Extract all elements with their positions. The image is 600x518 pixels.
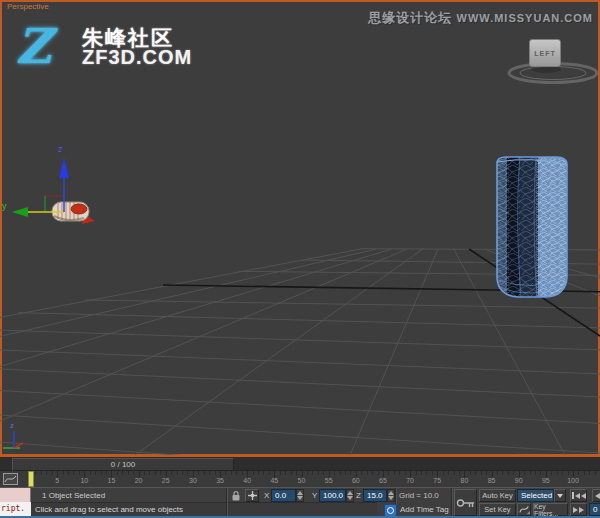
ruler-tick <box>177 471 178 475</box>
separator <box>226 488 228 516</box>
key-mode-dropdown-arrow[interactable] <box>554 489 566 502</box>
transform-typein-toggle[interactable] <box>245 489 259 502</box>
ruler-tick <box>46 471 47 475</box>
ruler-label: 55 <box>325 477 333 484</box>
ruler-tick <box>122 471 123 475</box>
tripod-z-label: z <box>10 421 14 430</box>
ruler-label: 40 <box>243 477 251 484</box>
ruler-tick <box>562 471 563 475</box>
missyuan-watermark: 思缘设计论坛 WWW.MISSYUAN.COM <box>368 8 593 27</box>
ruler-tick <box>416 471 417 475</box>
track-bar-ruler[interactable]: 5101520253035404550556065707580859095100 <box>0 470 600 487</box>
ruler-tick <box>312 471 313 475</box>
ruler-tick <box>209 471 210 475</box>
ruler-tick <box>454 471 455 475</box>
ruler-tick <box>95 471 96 475</box>
x-coord-field[interactable]: 0.0 <box>271 489 296 502</box>
ruler-label: 85 <box>488 477 496 484</box>
separator <box>451 488 453 516</box>
ruler-tick <box>225 471 226 475</box>
selection-lock-toggle[interactable] <box>230 490 242 502</box>
ruler-tick <box>502 471 503 475</box>
y-coord-spinner[interactable] <box>346 489 354 502</box>
world-axis-tripod <box>3 431 23 448</box>
ruler-tick <box>63 471 64 475</box>
ruler-tick <box>513 471 514 475</box>
ruler-label: 60 <box>352 477 360 484</box>
ruler-tick <box>117 471 118 475</box>
ruler-label: 100 <box>567 477 579 484</box>
ruler-tick <box>378 471 379 475</box>
ruler-tick <box>171 471 172 475</box>
play-reverse-icon <box>595 493 600 499</box>
key-tangent-flyout-button[interactable] <box>517 503 531 516</box>
ruler-tick <box>35 471 36 475</box>
ruler-tick <box>372 471 373 475</box>
mini-curve-editor-button[interactable] <box>3 473 19 485</box>
auto-key-button[interactable]: Auto Key <box>479 489 516 502</box>
ruler-label: 80 <box>460 477 468 484</box>
ruler-tick <box>388 471 389 475</box>
current-frame-field[interactable]: 0 <box>589 503 600 516</box>
ruler-label: 50 <box>298 477 306 484</box>
ruler-tick <box>90 471 91 475</box>
ruler-tick <box>253 471 254 475</box>
ruler-tick <box>345 471 346 475</box>
ruler-tick <box>399 471 400 475</box>
ruler-label: 45 <box>270 477 278 484</box>
ruler-tick <box>367 471 368 475</box>
y-coord-field[interactable]: 100.0 <box>319 489 346 502</box>
missyuan-watermark-cn: 思缘设计论坛 <box>368 10 452 25</box>
ruler-tick <box>296 471 297 475</box>
ruler-tick <box>323 471 324 475</box>
z-coord-field[interactable]: 15.0 <box>363 489 387 502</box>
ruler-tick <box>524 471 525 475</box>
cylinder-mesh[interactable] <box>495 155 570 300</box>
maxscript-mini-listener[interactable]: ript. <box>0 502 32 516</box>
ruler-label: 10 <box>80 477 88 484</box>
ruler-label: 30 <box>189 477 197 484</box>
ruler-tick <box>280 471 281 475</box>
set-key-button[interactable]: Set Key <box>479 503 516 516</box>
zf3d-logo-url: ZF3D.COM <box>82 46 192 69</box>
ruler-tick <box>307 471 308 475</box>
ruler-tick <box>486 471 487 475</box>
time-slider-handle[interactable]: 0 / 100 <box>12 458 234 471</box>
zf3d-logo-icon: Z <box>16 18 51 74</box>
gizmo-z-label: z <box>58 144 63 154</box>
ruler-tick <box>285 471 286 475</box>
current-frame-marker[interactable] <box>28 471 34 487</box>
ruler-label: 35 <box>216 477 224 484</box>
prompt-line: Click and drag to select and move object… <box>35 505 183 514</box>
z-coord-spinner[interactable] <box>387 489 395 502</box>
viewcube-left-face[interactable]: LEFT <box>529 39 561 67</box>
play-reverse-button-clipped[interactable] <box>592 489 600 502</box>
key-mode-dropdown[interactable]: Selected <box>517 489 554 502</box>
ruler-tick <box>595 471 596 475</box>
ruler-tick <box>443 471 444 475</box>
ruler-tick <box>568 471 569 475</box>
ruler-tick <box>551 471 552 475</box>
key-filters-button[interactable]: Key Filters... <box>533 503 568 516</box>
y-coord-label: Y <box>312 491 317 500</box>
viewport-label[interactable]: Perspective <box>7 2 49 11</box>
ruler-tick <box>106 471 107 475</box>
next-frame-icon <box>573 507 584 513</box>
ruler-tick <box>350 471 351 475</box>
ruler-tick <box>340 471 341 475</box>
go-to-start-button[interactable] <box>570 489 587 502</box>
add-time-tag-button[interactable]: Add Time Tag <box>400 505 449 514</box>
ruler-tick <box>291 471 292 475</box>
ruler-tick <box>318 471 319 475</box>
ruler-tick <box>204 471 205 475</box>
ruler-tick <box>426 471 427 475</box>
maxscript-macro-recorder[interactable] <box>0 488 31 503</box>
gizmo-y-label: y <box>2 201 7 211</box>
ruler-tick <box>236 471 237 475</box>
next-frame-button[interactable] <box>570 503 587 516</box>
chevron-down-icon <box>557 494 563 498</box>
x-coord-spinner[interactable] <box>296 489 304 502</box>
ruler-tick <box>128 471 129 475</box>
selection-status: 1 Object Selected <box>42 491 105 500</box>
set-keys-button[interactable] <box>454 489 477 516</box>
